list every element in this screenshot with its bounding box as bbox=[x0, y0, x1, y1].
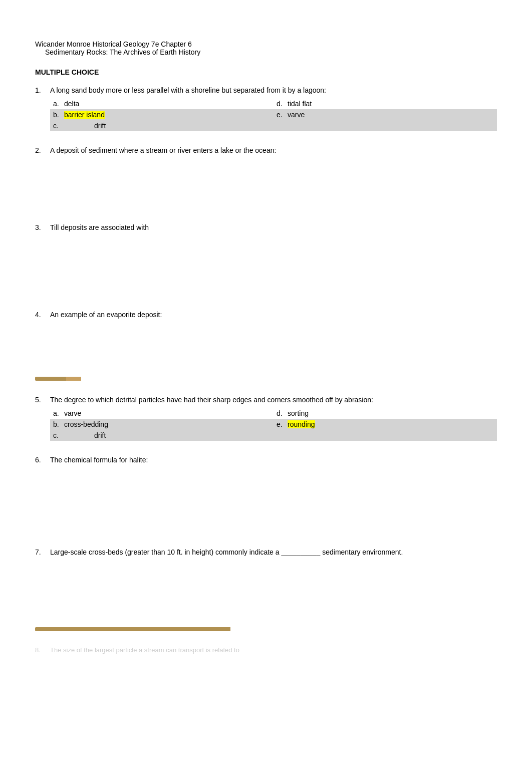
question-5-body: The degree to which detrital particles h… bbox=[50, 396, 373, 404]
question-3-space bbox=[35, 235, 497, 296]
answer-5d-text: sorting bbox=[288, 409, 309, 417]
question-5-text: 5. The degree to which detrital particle… bbox=[35, 396, 497, 404]
divider-after-q4 bbox=[35, 377, 175, 381]
answer-5e: e. rounding bbox=[274, 419, 497, 429]
question-3-number: 3. bbox=[35, 223, 47, 231]
answer-1b-letter: b. bbox=[53, 111, 61, 119]
answer-5b-letter: b. bbox=[53, 420, 61, 428]
question-1-number: 1. bbox=[35, 86, 47, 94]
divider-after-q7 bbox=[35, 627, 361, 631]
question-1-text: 1. A long sand body more or less paralle… bbox=[35, 86, 497, 94]
answer-5b: b. cross-bedding bbox=[50, 419, 274, 429]
question-3-body: Till deposits are associated with bbox=[50, 223, 149, 231]
question-3-text: 3. Till deposits are associated with bbox=[35, 223, 497, 231]
question-7-body-text: Large-scale cross-beds (greater than 10 … bbox=[50, 548, 403, 556]
answer-5-empty bbox=[274, 430, 497, 440]
answer-1a: a. delta bbox=[50, 99, 274, 109]
answer-row-1-1: a. delta d. tidal flat bbox=[50, 98, 497, 109]
question-3: 3. Till deposits are associated with bbox=[35, 223, 497, 296]
answer-5e-letter: e. bbox=[277, 420, 285, 428]
answer-1c-letter: c. bbox=[53, 122, 61, 130]
answer-5d: d. sorting bbox=[274, 408, 497, 418]
answer-1a-text: delta bbox=[64, 100, 79, 108]
answer-5a-letter: a. bbox=[53, 409, 61, 417]
answer-5e-text: rounding bbox=[288, 420, 315, 428]
question-8-body: The size of the largest particle a strea… bbox=[50, 646, 239, 654]
question-5: 5. The degree to which detrital particle… bbox=[35, 396, 497, 441]
header-subtitle: Sedimentary Rocks: The Archives of Earth… bbox=[45, 48, 497, 56]
question-7-body: Large-scale cross-beds (greater than 10 … bbox=[50, 548, 403, 556]
answer-row-1-3: c. drift bbox=[50, 120, 497, 131]
question-5-number: 5. bbox=[35, 396, 47, 404]
answer-5c-extra: drift bbox=[94, 431, 106, 439]
question-8: 8. The size of the largest particle a st… bbox=[35, 646, 497, 654]
answer-row-1-2: b. barrier island e. varve bbox=[50, 109, 497, 120]
question-4-space bbox=[35, 323, 497, 373]
question-4: 4. An example of an evaporite deposit: bbox=[35, 311, 497, 381]
answer-1c: c. drift bbox=[50, 121, 274, 131]
answer-1d: d. tidal flat bbox=[274, 99, 497, 109]
answer-1b: b. barrier island bbox=[50, 110, 274, 120]
question-2-space bbox=[35, 158, 497, 208]
answer-1-empty bbox=[274, 121, 497, 131]
answer-5b-text: cross-bedding bbox=[64, 420, 108, 428]
answer-row-5-2: b. cross-bedding e. rounding bbox=[50, 419, 497, 430]
question-1-answers: a. delta d. tidal flat b. barrier island… bbox=[50, 98, 497, 131]
question-1-body: A long sand body more or less parallel w… bbox=[50, 86, 326, 94]
header-title: Wicander Monroe Historical Geology 7e Ch… bbox=[35, 40, 497, 48]
question-7: 7. Large-scale cross-beds (greater than … bbox=[35, 548, 497, 631]
answer-5d-letter: d. bbox=[277, 409, 285, 417]
question-6-space bbox=[35, 468, 497, 533]
answer-1e: e. varve bbox=[274, 110, 497, 120]
answer-1e-text: varve bbox=[288, 111, 305, 119]
header: Wicander Monroe Historical Geology 7e Ch… bbox=[35, 40, 497, 56]
answer-5a-text: varve bbox=[64, 409, 81, 417]
question-4-text: 4. An example of an evaporite deposit: bbox=[35, 311, 497, 319]
answer-row-5-3: c. drift bbox=[50, 430, 497, 441]
answer-1d-letter: d. bbox=[277, 100, 285, 108]
question-7-text: 7. Large-scale cross-beds (greater than … bbox=[35, 548, 497, 556]
question-4-body: An example of an evaporite deposit: bbox=[50, 311, 162, 319]
answer-1b-text: barrier island bbox=[64, 111, 105, 119]
question-2-number: 2. bbox=[35, 146, 47, 154]
answer-1a-letter: a. bbox=[53, 100, 61, 108]
question-8-number: 8. bbox=[35, 646, 47, 654]
answer-row-5-1: a. varve d. sorting bbox=[50, 408, 497, 419]
question-1: 1. A long sand body more or less paralle… bbox=[35, 86, 497, 131]
question-5-answers: a. varve d. sorting b. cross-bedding e. … bbox=[50, 408, 497, 441]
answer-5a: a. varve bbox=[50, 408, 274, 418]
answer-1d-text: tidal flat bbox=[288, 100, 312, 108]
section-label: MULTIPLE CHOICE bbox=[35, 68, 497, 76]
question-6: 6. The chemical formula for halite: bbox=[35, 456, 497, 533]
question-4-number: 4. bbox=[35, 311, 47, 319]
question-2: 2. A deposit of sediment where a stream … bbox=[35, 146, 497, 208]
question-7-number: 7. bbox=[35, 548, 47, 556]
answer-5c: c. drift bbox=[50, 430, 274, 440]
question-6-number: 6. bbox=[35, 456, 47, 464]
page-container: Wicander Monroe Historical Geology 7e Ch… bbox=[35, 40, 497, 654]
question-6-text: 6. The chemical formula for halite: bbox=[35, 456, 497, 464]
question-6-body: The chemical formula for halite: bbox=[50, 456, 148, 464]
question-8-text: 8. The size of the largest particle a st… bbox=[35, 646, 497, 654]
answer-1c-extra: drift bbox=[94, 122, 106, 130]
question-2-text: 2. A deposit of sediment where a stream … bbox=[35, 146, 497, 154]
question-7-space bbox=[35, 560, 497, 625]
question-2-body: A deposit of sediment where a stream or … bbox=[50, 146, 276, 154]
answer-1e-letter: e. bbox=[277, 111, 285, 119]
answer-5c-letter: c. bbox=[53, 431, 61, 439]
